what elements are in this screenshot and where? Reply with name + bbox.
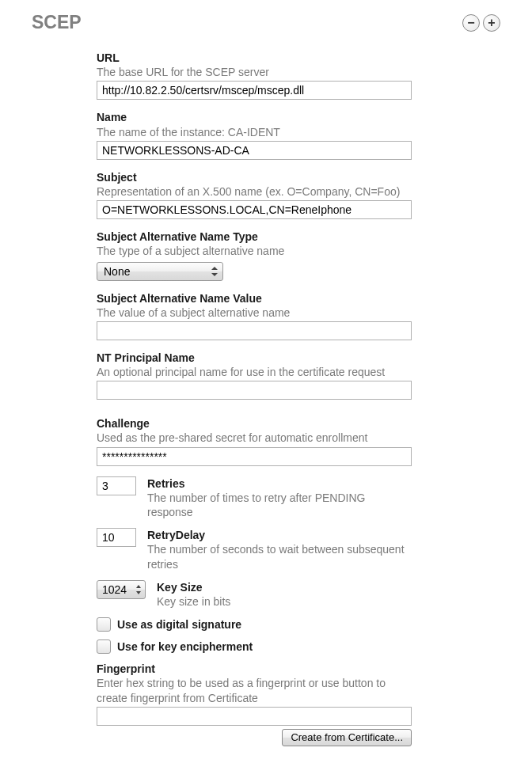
subject-label: Subject: [97, 170, 412, 184]
san-value-group: Subject Alternative Name Value The value…: [97, 291, 412, 340]
san-type-select[interactable]: None: [97, 262, 223, 281]
retry-delay-desc: The number of seconds to wait between su…: [147, 542, 412, 571]
subject-group: Subject Representation of an X.500 name …: [97, 170, 412, 219]
challenge-input[interactable]: [97, 447, 412, 466]
url-input[interactable]: [97, 81, 412, 100]
add-button[interactable]: +: [483, 14, 500, 32]
url-group: URL The base URL for the SCEP server: [97, 51, 412, 100]
digital-sig-row: Use as digital signature: [97, 617, 412, 632]
challenge-label: Challenge: [97, 416, 412, 431]
nt-principal-label: NT Principal Name: [97, 351, 412, 365]
retries-group: Retries The number of times to retry aft…: [97, 476, 412, 520]
fingerprint-desc: Enter hex string to be used as a fingerp…: [97, 676, 412, 704]
subject-input[interactable]: [97, 200, 412, 219]
nt-principal-desc: An optional principal name for use in th…: [97, 365, 412, 379]
fingerprint-input[interactable]: [97, 707, 412, 726]
page-title: SCEP: [32, 12, 82, 33]
header: SCEP − +: [32, 12, 500, 33]
key-enciph-label: Use for key encipherment: [117, 640, 253, 653]
key-size-select[interactable]: 1024: [97, 580, 146, 599]
key-size-group: 1024 Key Size Key size in bits: [97, 580, 412, 609]
digital-sig-checkbox[interactable]: [97, 617, 111, 632]
retries-input[interactable]: [97, 476, 136, 495]
key-size-desc: Key size in bits: [157, 594, 412, 609]
name-group: Name The name of the instance: CA-IDENT: [97, 110, 412, 159]
san-type-label: Subject Alternative Name Type: [97, 230, 412, 244]
header-buttons: − +: [462, 14, 500, 32]
key-size-value: 1024: [102, 583, 127, 596]
name-desc: The name of the instance: CA-IDENT: [97, 125, 412, 139]
fingerprint-label: Fingerprint: [97, 662, 412, 676]
san-type-group: Subject Alternative Name Type The type o…: [97, 230, 412, 280]
nt-principal-input[interactable]: [97, 381, 412, 400]
subject-desc: Representation of an X.500 name (ex. O=C…: [97, 184, 412, 199]
retries-label: Retries: [147, 476, 412, 491]
remove-button[interactable]: −: [462, 14, 480, 32]
retry-delay-group: RetryDelay The number of seconds to wait…: [97, 528, 412, 571]
fingerprint-group: Fingerprint Enter hex string to be used …: [97, 662, 412, 726]
san-value-input[interactable]: [97, 321, 412, 340]
challenge-group: Challenge Used as the pre-shared secret …: [97, 416, 412, 465]
san-type-value: None: [104, 265, 130, 278]
key-enciph-checkbox[interactable]: [97, 639, 111, 654]
name-input[interactable]: [97, 141, 412, 160]
url-desc: The base URL for the SCEP server: [97, 65, 412, 79]
nt-principal-group: NT Principal Name An optional principal …: [97, 351, 412, 400]
form-area: URL The base URL for the SCEP server Nam…: [97, 51, 412, 726]
key-enciph-row: Use for key encipherment: [97, 639, 412, 654]
san-value-desc: The value of a subject alternative name: [97, 305, 412, 320]
retry-delay-input[interactable]: [97, 528, 136, 547]
url-label: URL: [97, 51, 412, 65]
san-type-desc: The type of a subject alternative name: [97, 244, 412, 258]
name-label: Name: [97, 110, 412, 124]
digital-sig-label: Use as digital signature: [117, 618, 241, 631]
create-from-cert-button[interactable]: Create from Certificate...: [282, 729, 412, 746]
key-size-label: Key Size: [157, 580, 412, 594]
challenge-desc: Used as the pre-shared secret for automa…: [97, 431, 412, 445]
retry-delay-label: RetryDelay: [147, 528, 412, 542]
retries-desc: The number of times to retry after PENDI…: [147, 491, 412, 519]
san-value-label: Subject Alternative Name Value: [97, 291, 412, 305]
